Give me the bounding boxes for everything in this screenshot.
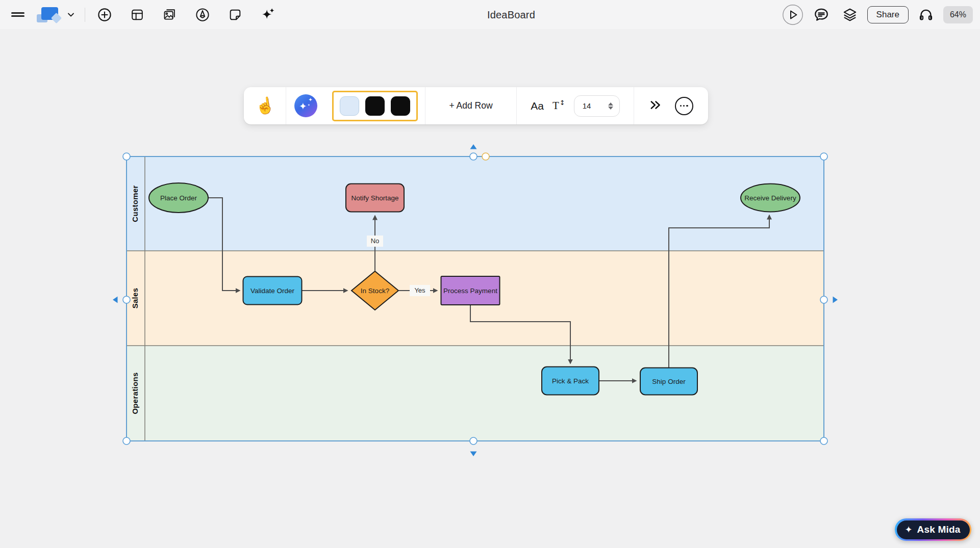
- stepper-up-icon[interactable]: [608, 102, 613, 106]
- font-family-button[interactable]: Aa: [531, 100, 544, 112]
- handle-right-mid[interactable]: [820, 296, 827, 303]
- handle-left-mid[interactable]: [123, 296, 130, 303]
- handle-bottom-left[interactable]: [123, 437, 130, 445]
- more-tools-section: [634, 87, 708, 124]
- ask-mida-label: Ask Mida: [917, 524, 961, 535]
- present-play-icon[interactable]: [782, 4, 804, 26]
- handle-top-right[interactable]: [820, 153, 827, 160]
- expand-up-arrow[interactable]: [470, 144, 477, 149]
- process-payment-label: Process Payment: [443, 287, 497, 295]
- comments-icon[interactable]: [810, 4, 833, 26]
- node-process-payment[interactable]: Process Payment: [441, 276, 500, 305]
- more-ellipsis-icon[interactable]: [675, 97, 693, 115]
- sticky-note-icon[interactable]: [224, 4, 246, 26]
- ship-order-label: Ship Order: [652, 378, 686, 385]
- lane-label-operations: Operations: [131, 372, 139, 414]
- media-icon[interactable]: [159, 4, 181, 26]
- expand-down-arrow[interactable]: [470, 452, 477, 457]
- updown-arrow-icon: ↕: [560, 99, 565, 107]
- place-order-label: Place Order: [160, 194, 197, 202]
- node-pick-pack[interactable]: Pick & Pack: [542, 367, 599, 395]
- board-logo[interactable]: [34, 4, 63, 26]
- double-chevron-icon[interactable]: [649, 99, 662, 113]
- hand-pointer-icon[interactable]: ☝: [254, 96, 276, 115]
- text-swatch-black[interactable]: [391, 96, 410, 116]
- node-receive-delivery[interactable]: Receive Delivery: [741, 184, 800, 212]
- node-ship-order[interactable]: Ship Order: [640, 368, 697, 395]
- top-toolbar: IdeaBoard Share 64%: [0, 0, 980, 29]
- handle-top-extra[interactable]: [482, 153, 489, 160]
- expand-right-arrow[interactable]: [833, 297, 838, 303]
- add-circle-icon[interactable]: [93, 4, 116, 26]
- template-icon[interactable]: [126, 4, 148, 26]
- ai-sparkles-icon[interactable]: [257, 4, 279, 26]
- toolbar-divider: [85, 8, 85, 22]
- layers-icon[interactable]: [839, 4, 861, 26]
- text-format-section: Aa T↕ 14: [517, 87, 634, 124]
- in-stock-label: In Stock?: [361, 287, 389, 295]
- swatch-group-highlight: [332, 91, 418, 121]
- edge-label-stock-to-payment: Yes: [414, 286, 425, 294]
- pick-pack-label: Pick & Pack: [552, 377, 589, 385]
- page-title: IdeaBoard: [487, 9, 535, 20]
- sparkle-icon: ✦: [905, 525, 913, 534]
- node-place-order[interactable]: Place Order: [149, 183, 208, 213]
- lane-row-customer[interactable]: [127, 156, 824, 251]
- menu-icon[interactable]: [8, 4, 28, 26]
- hand-tool-section: ☝: [244, 87, 286, 124]
- color-swatches-section: [325, 87, 425, 124]
- context-toolbar: ☝ ✦✦✦ + Add Row Aa T↕ 14: [244, 87, 708, 124]
- handle-bottom-mid[interactable]: [470, 437, 477, 445]
- zoom-level-badge[interactable]: 64%: [943, 6, 973, 23]
- font-size-value: 14: [583, 101, 591, 110]
- stroke-swatch-black[interactable]: [365, 96, 385, 116]
- lane-label-sales: Sales: [131, 288, 139, 309]
- text-size-button[interactable]: T↕: [552, 99, 565, 112]
- node-notify-shortage[interactable]: Notify Shortage: [346, 184, 404, 212]
- lane-row-operations[interactable]: [127, 346, 824, 441]
- edge-label-stock-to-notify: No: [371, 237, 380, 245]
- add-row-button[interactable]: + Add Row: [449, 100, 492, 111]
- node-validate-order[interactable]: Validate Order: [243, 277, 302, 305]
- expand-left-arrow[interactable]: [113, 297, 118, 303]
- font-size-stepper[interactable]: 14: [574, 95, 620, 117]
- stepper-down-icon[interactable]: [608, 107, 613, 110]
- fill-swatch-lightblue[interactable]: [340, 96, 359, 116]
- lane-label-customer: Customer: [131, 185, 139, 222]
- laser-pointer-icon[interactable]: [191, 4, 214, 26]
- handle-bottom-right[interactable]: [820, 437, 827, 445]
- chevron-down-icon[interactable]: [63, 4, 79, 26]
- ai-style-section: ✦✦✦: [286, 87, 325, 124]
- handle-top-left[interactable]: [123, 153, 130, 160]
- swimlane-diagram[interactable]: CustomerSalesOperationsNoYesPlace OrderN…: [0, 0, 980, 548]
- validate-order-label: Validate Order: [250, 287, 295, 295]
- ai-style-icon[interactable]: ✦✦✦: [294, 94, 317, 117]
- share-button[interactable]: Share: [867, 6, 909, 23]
- audio-headphones-icon[interactable]: [915, 4, 937, 26]
- receive-delivery-label: Receive Delivery: [744, 194, 796, 202]
- notify-shortage-label: Notify Shortage: [351, 194, 398, 202]
- handle-top-mid[interactable]: [470, 153, 477, 160]
- add-row-section: + Add Row: [425, 87, 516, 124]
- ask-mida-button[interactable]: ✦ Ask Mida: [895, 518, 971, 541]
